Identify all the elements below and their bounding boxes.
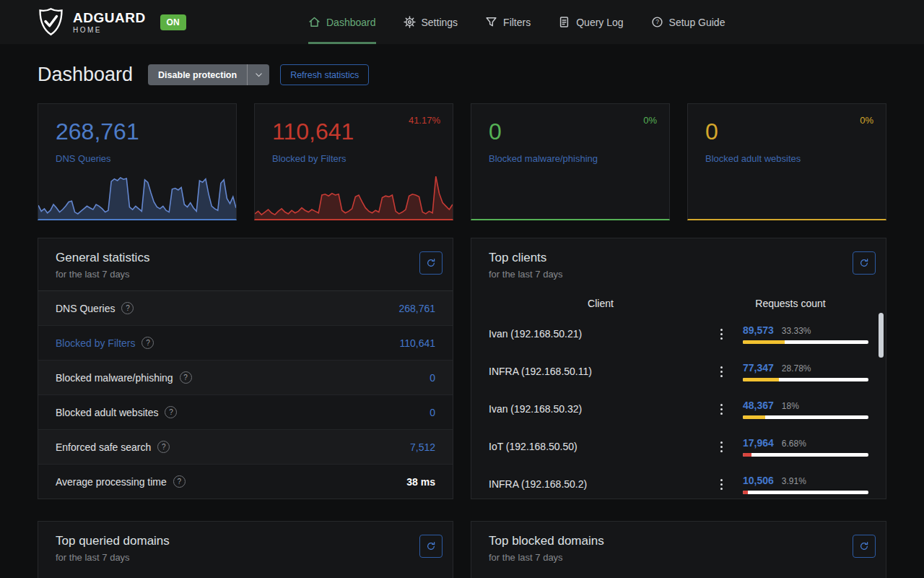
- panel-subtitle: for the last 7 days: [489, 552, 868, 563]
- top-queried-domains-panel: Top queried domains for the last 7 days: [38, 521, 453, 578]
- usage-bar: [743, 453, 868, 457]
- home-icon: [308, 16, 321, 28]
- stats-value: 0: [430, 372, 435, 384]
- card-percent: 0%: [643, 115, 657, 126]
- nav-label: Settings: [422, 17, 458, 28]
- clients-scrollbar-thumb[interactable]: [879, 313, 884, 358]
- client-count-cell: 48,367 18%: [743, 400, 868, 419]
- protection-on-badge: ON: [160, 14, 186, 30]
- card-label-link[interactable]: Blocked adult websites: [705, 153, 801, 164]
- nav-label: Filters: [503, 17, 531, 28]
- adguard-logo[interactable]: ADGUARD HOME ON: [38, 7, 186, 37]
- request-count: 77,347: [743, 362, 774, 374]
- stats-label: Average processing time: [56, 476, 167, 488]
- help-circle-icon[interactable]: ?: [173, 475, 186, 488]
- refresh-icon: [859, 541, 869, 551]
- kebab-menu-icon[interactable]: [713, 439, 730, 455]
- refresh-button[interactable]: [419, 251, 443, 275]
- document-icon: [558, 16, 570, 28]
- protection-dropdown-toggle[interactable]: [247, 64, 269, 85]
- request-count: 17,964: [743, 437, 774, 449]
- chevron-down-icon: [254, 70, 263, 79]
- card-blocked-adult: 0% 0 Blocked adult websites: [687, 103, 886, 220]
- card-value: 0: [705, 118, 886, 145]
- panel-head: General statistics for the last 7 days: [38, 238, 453, 290]
- stats-value: 7,512: [410, 441, 435, 453]
- panel-subtitle: for the last 7 days: [56, 269, 435, 280]
- general-statistics-panel: General statistics for the last 7 days D…: [38, 238, 453, 499]
- column-client: Client: [489, 298, 712, 309]
- help-circle-icon[interactable]: ?: [157, 441, 170, 453]
- card-label-link[interactable]: Blocked by Filters: [272, 153, 346, 164]
- nav-item-settings[interactable]: Settings: [404, 0, 458, 44]
- stats-value: 38 ms: [406, 476, 435, 488]
- nav-item-query-log[interactable]: Query Log: [558, 0, 623, 44]
- panel-head: Top queried domains for the last 7 days: [38, 522, 453, 574]
- panel-head: Top clients for the last 7 days: [471, 238, 886, 290]
- panel-title: Top queried domains: [56, 534, 435, 548]
- client-row: Ivan (192.168.50.32) 48,367 18%: [471, 390, 886, 428]
- help-circle-icon[interactable]: ?: [180, 371, 192, 384]
- kebab-menu-icon[interactable]: [713, 401, 730, 418]
- help-circle-icon[interactable]: ?: [141, 337, 154, 349]
- stats-label-link[interactable]: Blocked by Filters: [56, 337, 135, 349]
- top-blocked-domains-panel: Top blocked domains for the last 7 days: [471, 521, 886, 578]
- client-row: INFRA (192.168.50.2) 10,506 3.91%: [471, 465, 886, 499]
- panel-title: Top clients: [489, 251, 868, 265]
- main-content: Dashboard Disable protection Refresh sta…: [0, 64, 924, 578]
- disable-protection-label: Disable protection: [148, 64, 247, 85]
- panel-title: General statistics: [56, 251, 435, 265]
- card-value: 268,761: [56, 118, 236, 145]
- stats-label: Blocked adult websites: [56, 407, 158, 418]
- blocked-filters-sparkline: [255, 174, 453, 219]
- request-count: 10,506: [743, 475, 774, 486]
- card-percent: 41.17%: [409, 115, 440, 126]
- stats-value: 0: [430, 407, 435, 418]
- stats-row-safe-search: Enforced safe search ? 7,512: [38, 430, 453, 465]
- panel-title: Top blocked domains: [489, 534, 868, 548]
- brand-sub: HOME: [73, 27, 146, 34]
- panel-head: Top blocked domains for the last 7 days: [471, 522, 886, 574]
- refresh-button[interactable]: [419, 535, 443, 558]
- request-count: 89,573: [743, 324, 774, 336]
- card-label-link[interactable]: Blocked malware/phishing: [489, 153, 598, 164]
- svg-text:?: ?: [655, 18, 659, 25]
- request-percent: 18%: [782, 401, 799, 411]
- stats-label: Enforced safe search: [56, 441, 151, 453]
- nav-item-setup-guide[interactable]: ? Setup Guide: [651, 0, 725, 44]
- help-circle-icon[interactable]: ?: [165, 406, 177, 418]
- client-name: Ivan (192.168.50.32): [489, 403, 713, 415]
- nav-item-filters[interactable]: Filters: [485, 0, 531, 44]
- request-percent: 28.78%: [782, 363, 811, 374]
- stats-row-blocked-adult: Blocked adult websites ? 0: [38, 395, 453, 430]
- help-circle-icon[interactable]: ?: [121, 302, 134, 314]
- card-label-link[interactable]: DNS Queries: [56, 153, 111, 164]
- page-head: Dashboard Disable protection Refresh sta…: [38, 64, 886, 86]
- stats-label: Blocked malware/phishing: [56, 372, 173, 384]
- kebab-menu-icon[interactable]: [713, 363, 730, 380]
- disable-protection-button[interactable]: Disable protection: [148, 64, 269, 85]
- client-count-cell: 89,573 33.33%: [743, 324, 868, 344]
- refresh-statistics-button[interactable]: Refresh statistics: [280, 64, 369, 85]
- nav-item-dashboard[interactable]: Dashboard: [308, 0, 376, 44]
- card-value: 0: [489, 118, 669, 145]
- card-blocked-by-filters: 41.17% 110,641 Blocked by Filters: [254, 103, 453, 220]
- stats-row-dns-queries: DNS Queries ? 268,761: [38, 291, 453, 326]
- top-header: ADGUARD HOME ON Dashboard Settings Filte…: [0, 0, 924, 44]
- request-count: 48,367: [743, 400, 774, 411]
- help-icon: ?: [651, 16, 663, 28]
- request-percent: 33.33%: [782, 326, 811, 336]
- refresh-button[interactable]: [853, 251, 876, 275]
- middle-panels: General statistics for the last 7 days D…: [38, 238, 886, 499]
- stats-row-blocked-filters: Blocked by Filters ? 110,641: [38, 326, 453, 361]
- client-count-cell: 10,506 3.91%: [743, 475, 868, 494]
- shield-logo-icon: [38, 7, 64, 37]
- kebab-menu-icon[interactable]: [713, 476, 730, 493]
- usage-bar: [743, 491, 868, 494]
- gear-icon: [404, 16, 416, 28]
- nav-label: Setup Guide: [669, 17, 725, 28]
- stats-value: 268,761: [398, 303, 435, 314]
- refresh-button[interactable]: [853, 535, 876, 558]
- kebab-menu-icon[interactable]: [713, 326, 730, 342]
- client-row: Ivan (192.168.50.21) 89,573 33.33%: [471, 315, 886, 353]
